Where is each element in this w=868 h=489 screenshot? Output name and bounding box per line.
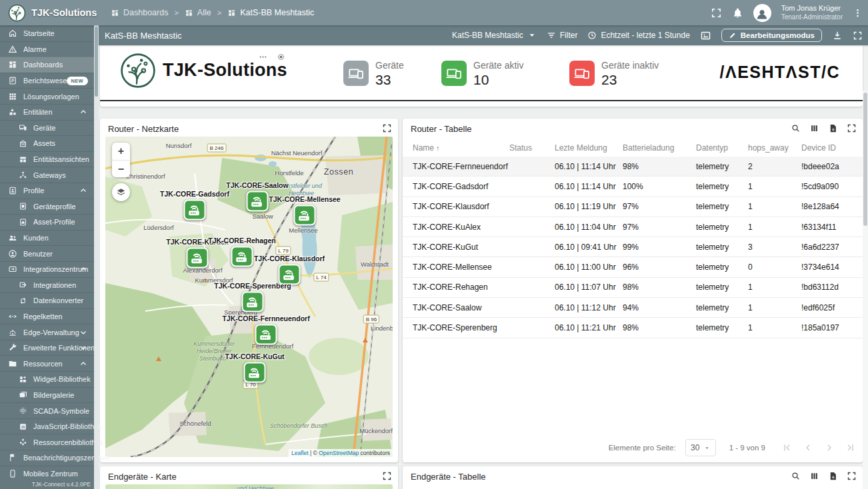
table-row[interactable]: TJK-CORE-Sperenberg06.10 | 11:21 Uhr98%t… (403, 318, 863, 338)
sidebar-item-berichtswesen[interactable]: BerichtswesenNEW (0, 73, 94, 89)
columns-icon[interactable] (809, 471, 819, 481)
sidebar-item-integrationen[interactable]: Integrationen (0, 277, 94, 293)
sidebar-item-bildergalerie[interactable]: Bildergalerie (0, 387, 94, 403)
sidebar-scrollbar[interactable] (94, 25, 99, 489)
sidebar-item-benutzer[interactable]: Benutzer (0, 245, 94, 261)
fullscreen-icon[interactable] (847, 471, 857, 481)
search-icon[interactable] (791, 123, 801, 133)
table-row[interactable]: TJK-CORE-Gadsdorf06.10 | 11:14 Uhr100%te… (403, 177, 863, 197)
user-menu-kebab-icon[interactable] (853, 8, 863, 18)
map-marker-router[interactable] (255, 324, 277, 345)
columns-icon[interactable] (809, 123, 819, 133)
export-dashboard-button[interactable] (832, 30, 843, 41)
sidebar-item-datenkonverter[interactable]: Datenkonverter (0, 292, 94, 308)
sidebar-item-ressourcen[interactable]: Ressourcen (0, 355, 94, 371)
main-scrollbar[interactable] (863, 91, 868, 489)
edit-mode-button[interactable]: Bearbeitungsmodus (721, 29, 822, 42)
column-header-hops_away[interactable]: hops_away (748, 143, 801, 153)
sidebar-item-ressourcenbibliothek[interactable]: Ressourcenbibliothek (0, 434, 94, 450)
sidebar-item-entitäten[interactable]: Entitäten (0, 104, 94, 120)
sidebar-item-widget-bibliothek[interactable]: Widget-Bibliothek (0, 371, 94, 387)
cell-name: TJK-CORE-Klausdorf (413, 202, 509, 211)
export-icon[interactable] (828, 123, 838, 133)
sidebar-item-edge-verwaltung[interactable]: Edge-Verwaltung (0, 324, 94, 340)
column-header-lezte-meldung[interactable]: Lezte Meldung (555, 143, 623, 153)
breadcrumb-item[interactable]: Alle (185, 8, 211, 17)
map-marker-router[interactable] (187, 248, 209, 268)
map-marker-router[interactable] (294, 205, 316, 226)
sidebar-item-mobiles-zentrum[interactable]: Mobiles Zentrum (0, 466, 94, 482)
column-header-datentyp[interactable]: Datentyp (696, 143, 748, 153)
sidebar-item-regelketten[interactable]: Regelketten (0, 308, 94, 324)
cell-last-message: 06.10 | 11:21 Uhr (555, 323, 623, 332)
widget-more-icon[interactable] (259, 53, 267, 61)
leaflet-link[interactable]: Leaflet (291, 450, 309, 456)
notifications-bell-icon[interactable] (732, 7, 743, 19)
map-marker-router[interactable] (184, 200, 206, 221)
table-row[interactable]: TJK-CORE-Saalow06.10 | 11:12 Uhr94%telem… (403, 298, 863, 318)
search-icon[interactable] (791, 471, 801, 481)
map-marker-router[interactable] (242, 292, 264, 312)
screenshot-button[interactable] (700, 30, 711, 41)
table-row[interactable]: TJK-CORE-Rehagen06.10 | 11:07 Uhr98%tele… (403, 278, 863, 298)
sidebar-item-entitätsansichten[interactable]: Entitätsansichten (0, 151, 94, 167)
app-logo[interactable]: TJK-Solutions (0, 4, 102, 22)
sidebar-item-geräteprofile[interactable]: Geräteprofile (0, 199, 94, 215)
user-info[interactable]: Tom Jonas Krüger Tenant-Administrator (781, 4, 843, 21)
breadcrumb-item[interactable]: KatS-BB Meshtastic (227, 8, 314, 17)
filter-button[interactable]: Filter (547, 31, 578, 40)
map-marker-router[interactable] (247, 191, 269, 212)
column-header-name[interactable]: Name↑ (413, 143, 509, 153)
sidebar-item-asset-profile[interactable]: Asset-Profile (0, 214, 94, 230)
previous-page-button[interactable] (803, 442, 813, 453)
sidebar-item-geräte[interactable]: Geräte (0, 120, 94, 136)
sidebar-item-erweiterte-funktionen[interactable]: Erweiterte Funktionen (0, 340, 94, 356)
sidebar-item-scada-symbole[interactable]: SCADA-Symbole (0, 402, 94, 418)
map-marker-router[interactable] (244, 362, 266, 383)
sidebar-item-benachrichtigungszentrale[interactable]: Benachrichtigungszentrale (0, 450, 94, 466)
sidebar-item-gateways[interactable]: Gateways (0, 167, 94, 183)
page-size-select[interactable]: 30 (685, 439, 716, 456)
cell-datatype: telemetry (696, 162, 748, 171)
breadcrumb-item[interactable]: Dashboards (111, 8, 168, 17)
widget-fullscreen-icon[interactable] (382, 123, 392, 133)
table-row[interactable]: TJK-CORE-KuAlex06.10 | 11:04 Uhr97%telem… (403, 217, 863, 237)
sidebar-item-lösungsvorlagen[interactable]: Lösungsvorlagen (0, 88, 94, 104)
sidebar-item-startseite[interactable]: Startseite (0, 25, 94, 41)
last-page-button[interactable] (845, 442, 856, 453)
sidebar-item-alarme[interactable]: Alarme (0, 41, 94, 57)
next-page-button[interactable] (824, 442, 835, 453)
first-page-button[interactable] (781, 442, 792, 453)
table-row[interactable]: TJK-CORE-KuGut06.10 | 09:41 Uhr99%teleme… (403, 237, 863, 257)
sidebar-item-javascript-bibliothek[interactable]: JSJavaScript-Bibliothek (0, 418, 94, 434)
leaflet-map[interactable]: NunsdorfNächst NeuendorfZossenHorstfelde… (105, 137, 393, 457)
table-row[interactable]: TJK-CORE-Mellensee06.10 | 11:00 Uhr96%te… (403, 257, 863, 277)
sidebar-item-kunden[interactable]: Kunden (0, 230, 94, 246)
timewindow-button[interactable]: Echtzeit - letzte 1 Stunde (587, 31, 689, 40)
column-header-batterieladung[interactable]: Batterieladung (623, 143, 696, 153)
map-marker-router[interactable] (231, 246, 253, 267)
export-icon[interactable] (828, 471, 838, 481)
osm-link[interactable]: OpenStreetMap (319, 450, 359, 456)
widget-fullscreen-icon[interactable] (382, 471, 392, 481)
zoom-in-button[interactable]: + (112, 143, 130, 160)
dashboard-fullscreen-button[interactable] (853, 31, 863, 41)
sidebar-item-profile[interactable]: Profile (0, 183, 94, 199)
sidebar-item-integrationszentrum[interactable]: Integrationszentrum (0, 261, 94, 277)
column-header-device-id[interactable]: Device ID (801, 143, 863, 153)
fullscreen-toggle-icon[interactable] (711, 7, 722, 19)
zoom-out-button[interactable]: − (112, 160, 130, 177)
fullscreen-icon[interactable] (847, 123, 857, 133)
map-marker-label: TJK-CORE-KuGut (225, 352, 284, 360)
map-place-label: Schönefeld (179, 420, 211, 427)
table-row[interactable]: TJK-CORE-Fernneuendorf06.10 | 11:14 Uhr9… (403, 157, 863, 177)
table-row[interactable]: TJK-CORE-Klausdorf06.10 | 11:19 Uhr97%te… (403, 197, 863, 217)
leaflet-map[interactable]: und Hechtsee (105, 484, 393, 489)
sidebar-item-dashboards[interactable]: Dashboards (0, 57, 94, 73)
column-header-status[interactable]: Status (509, 143, 555, 153)
widget-settings-icon[interactable] (277, 53, 285, 61)
map-layers-button[interactable] (112, 183, 130, 201)
sidebar-item-assets[interactable]: Assets (0, 135, 94, 151)
avatar[interactable] (753, 4, 771, 22)
dashboard-state-selector[interactable]: KatS-BB Meshtastic (452, 31, 537, 40)
